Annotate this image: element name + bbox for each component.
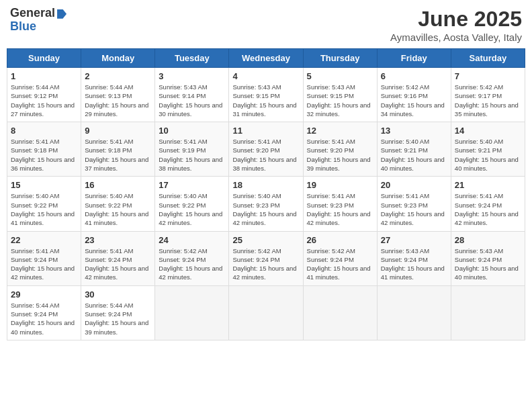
day-info: Sunrise: 5:41 AM Sunset: 9:18 PM Dayligh… xyxy=(85,137,151,173)
calendar-cell xyxy=(303,285,377,340)
calendar-cell: 1 Sunrise: 5:44 AM Sunset: 9:12 PM Dayli… xyxy=(7,68,81,122)
header: General Blue June 2025 Aymavilles, Aosta… xyxy=(7,7,525,43)
day-number: 10 xyxy=(159,126,225,136)
calendar-cell: 27 Sunrise: 5:43 AM Sunset: 9:24 PM Dayl… xyxy=(377,231,451,285)
day-info: Sunrise: 5:41 AM Sunset: 9:19 PM Dayligh… xyxy=(159,137,225,173)
header-row: Sunday Monday Tuesday Wednesday Thursday… xyxy=(7,49,525,68)
day-info: Sunrise: 5:40 AM Sunset: 9:22 PM Dayligh… xyxy=(85,191,151,227)
logo: General Blue xyxy=(10,7,66,34)
day-info: Sunrise: 5:40 AM Sunset: 9:23 PM Dayligh… xyxy=(232,191,299,227)
col-sunday: Sunday xyxy=(7,49,81,68)
day-number: 9 xyxy=(85,126,151,136)
calendar-row-1: 1 Sunrise: 5:44 AM Sunset: 9:12 PM Dayli… xyxy=(7,68,525,122)
day-number: 6 xyxy=(381,71,447,81)
col-thursday: Thursday xyxy=(303,49,377,68)
day-info: Sunrise: 5:42 AM Sunset: 9:24 PM Dayligh… xyxy=(232,246,299,282)
calendar-cell: 5 Sunrise: 5:43 AM Sunset: 9:15 PM Dayli… xyxy=(303,68,377,122)
calendar-cell: 6 Sunrise: 5:42 AM Sunset: 9:16 PM Dayli… xyxy=(377,68,451,122)
day-info: Sunrise: 5:42 AM Sunset: 9:17 PM Dayligh… xyxy=(455,83,521,118)
day-info: Sunrise: 5:42 AM Sunset: 9:24 PM Dayligh… xyxy=(307,246,373,282)
day-info: Sunrise: 5:42 AM Sunset: 9:16 PM Dayligh… xyxy=(381,83,447,118)
calendar-row-3: 15 Sunrise: 5:40 AM Sunset: 9:22 PM Dayl… xyxy=(7,177,525,231)
day-info: Sunrise: 5:41 AM Sunset: 9:24 PM Dayligh… xyxy=(85,246,151,282)
day-number: 11 xyxy=(232,126,299,136)
calendar-row-4: 22 Sunrise: 5:41 AM Sunset: 9:24 PM Dayl… xyxy=(7,231,525,285)
calendar-table: Sunday Monday Tuesday Wednesday Thursday… xyxy=(7,48,525,340)
day-info: Sunrise: 5:41 AM Sunset: 9:24 PM Dayligh… xyxy=(455,191,521,227)
logo-general: General xyxy=(10,6,55,19)
day-number: 17 xyxy=(159,180,225,190)
day-number: 26 xyxy=(307,235,373,245)
calendar-row-5: 29 Sunrise: 5:44 AM Sunset: 9:24 PM Dayl… xyxy=(7,285,525,340)
day-number: 24 xyxy=(159,235,225,245)
calendar-cell: 12 Sunrise: 5:41 AM Sunset: 9:20 PM Dayl… xyxy=(303,122,377,177)
day-info: Sunrise: 5:43 AM Sunset: 9:24 PM Dayligh… xyxy=(455,246,521,282)
day-info: Sunrise: 5:43 AM Sunset: 9:15 PM Dayligh… xyxy=(307,83,373,118)
location-title: Aymavilles, Aosta Valley, Italy xyxy=(390,32,522,43)
calendar-cell: 21 Sunrise: 5:41 AM Sunset: 9:24 PM Dayl… xyxy=(451,177,525,231)
day-number: 28 xyxy=(455,235,521,245)
day-number: 20 xyxy=(381,180,447,190)
calendar-cell: 4 Sunrise: 5:43 AM Sunset: 9:15 PM Dayli… xyxy=(229,68,303,122)
calendar-cell: 22 Sunrise: 5:41 AM Sunset: 9:24 PM Dayl… xyxy=(7,231,81,285)
calendar-cell: 28 Sunrise: 5:43 AM Sunset: 9:24 PM Dayl… xyxy=(451,231,525,285)
col-tuesday: Tuesday xyxy=(155,49,229,68)
calendar-cell: 29 Sunrise: 5:44 AM Sunset: 9:24 PM Dayl… xyxy=(7,285,81,340)
calendar-cell: 16 Sunrise: 5:40 AM Sunset: 9:22 PM Dayl… xyxy=(81,177,155,231)
day-info: Sunrise: 5:41 AM Sunset: 9:24 PM Dayligh… xyxy=(11,246,77,282)
logo-icon xyxy=(57,9,66,19)
day-number: 30 xyxy=(85,289,151,300)
day-info: Sunrise: 5:41 AM Sunset: 9:18 PM Dayligh… xyxy=(11,137,77,173)
calendar-cell: 9 Sunrise: 5:41 AM Sunset: 9:18 PM Dayli… xyxy=(81,122,155,177)
calendar-cell: 3 Sunrise: 5:43 AM Sunset: 9:14 PM Dayli… xyxy=(155,68,229,122)
day-number: 18 xyxy=(232,180,299,190)
day-info: Sunrise: 5:43 AM Sunset: 9:24 PM Dayligh… xyxy=(381,246,447,282)
day-number: 2 xyxy=(85,71,151,81)
calendar-cell: 24 Sunrise: 5:42 AM Sunset: 9:24 PM Dayl… xyxy=(155,231,229,285)
calendar-cell: 14 Sunrise: 5:40 AM Sunset: 9:21 PM Dayl… xyxy=(451,122,525,177)
col-saturday: Saturday xyxy=(451,49,525,68)
calendar-cell: 15 Sunrise: 5:40 AM Sunset: 9:22 PM Dayl… xyxy=(7,177,81,231)
col-wednesday: Wednesday xyxy=(229,49,303,68)
calendar-cell: 19 Sunrise: 5:41 AM Sunset: 9:23 PM Dayl… xyxy=(303,177,377,231)
day-info: Sunrise: 5:44 AM Sunset: 9:12 PM Dayligh… xyxy=(11,83,77,118)
day-info: Sunrise: 5:40 AM Sunset: 9:21 PM Dayligh… xyxy=(381,137,447,173)
day-info: Sunrise: 5:40 AM Sunset: 9:22 PM Dayligh… xyxy=(159,191,225,227)
day-number: 22 xyxy=(11,235,77,245)
day-number: 13 xyxy=(381,126,447,136)
calendar-cell xyxy=(155,285,229,340)
day-info: Sunrise: 5:40 AM Sunset: 9:22 PM Dayligh… xyxy=(11,191,77,227)
day-number: 8 xyxy=(11,126,77,136)
calendar-cell: 11 Sunrise: 5:41 AM Sunset: 9:20 PM Dayl… xyxy=(229,122,303,177)
day-number: 23 xyxy=(85,235,151,245)
calendar-cell: 18 Sunrise: 5:40 AM Sunset: 9:23 PM Dayl… xyxy=(229,177,303,231)
calendar-cell: 10 Sunrise: 5:41 AM Sunset: 9:19 PM Dayl… xyxy=(155,122,229,177)
calendar-cell: 30 Sunrise: 5:44 AM Sunset: 9:24 PM Dayl… xyxy=(81,285,155,340)
calendar-cell xyxy=(451,285,525,340)
calendar-cell: 7 Sunrise: 5:42 AM Sunset: 9:17 PM Dayli… xyxy=(451,68,525,122)
day-info: Sunrise: 5:42 AM Sunset: 9:24 PM Dayligh… xyxy=(159,246,225,282)
calendar-cell: 13 Sunrise: 5:40 AM Sunset: 9:21 PM Dayl… xyxy=(377,122,451,177)
day-number: 21 xyxy=(455,180,521,190)
calendar-cell: 20 Sunrise: 5:41 AM Sunset: 9:23 PM Dayl… xyxy=(377,177,451,231)
day-number: 3 xyxy=(159,71,225,81)
day-number: 12 xyxy=(307,126,373,136)
calendar-cell: 26 Sunrise: 5:42 AM Sunset: 9:24 PM Dayl… xyxy=(303,231,377,285)
day-info: Sunrise: 5:41 AM Sunset: 9:23 PM Dayligh… xyxy=(307,191,373,227)
day-number: 14 xyxy=(455,126,521,136)
title-section: June 2025 Aymavilles, Aosta Valley, Ital… xyxy=(390,7,522,43)
day-info: Sunrise: 5:41 AM Sunset: 9:23 PM Dayligh… xyxy=(381,191,447,227)
day-info: Sunrise: 5:43 AM Sunset: 9:15 PM Dayligh… xyxy=(232,83,299,118)
day-info: Sunrise: 5:41 AM Sunset: 9:20 PM Dayligh… xyxy=(232,137,299,173)
day-number: 15 xyxy=(11,180,77,190)
calendar-row-2: 8 Sunrise: 5:41 AM Sunset: 9:18 PM Dayli… xyxy=(7,122,525,177)
day-number: 5 xyxy=(307,71,373,81)
day-number: 29 xyxy=(11,289,77,300)
col-friday: Friday xyxy=(377,49,451,68)
calendar-cell: 25 Sunrise: 5:42 AM Sunset: 9:24 PM Dayl… xyxy=(229,231,303,285)
day-info: Sunrise: 5:44 AM Sunset: 9:24 PM Dayligh… xyxy=(11,301,77,336)
day-number: 1 xyxy=(11,71,77,81)
day-number: 7 xyxy=(455,71,521,81)
day-info: Sunrise: 5:43 AM Sunset: 9:14 PM Dayligh… xyxy=(159,83,225,118)
logo-blue: Blue xyxy=(10,19,36,33)
